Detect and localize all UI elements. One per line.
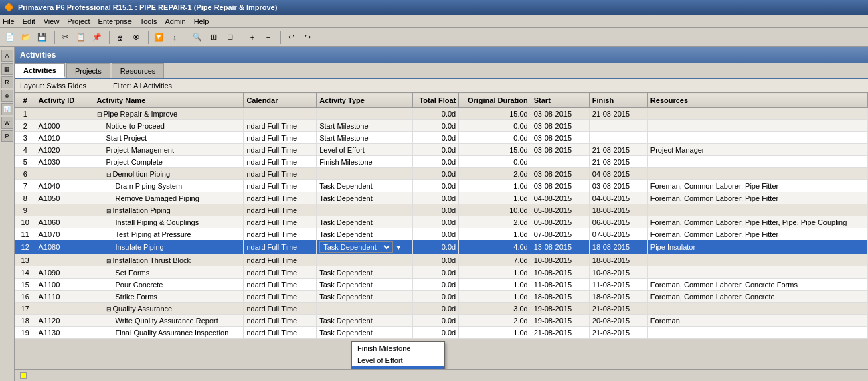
toolbar-btn-zoom-out[interactable]: − [261,30,276,45]
table-row[interactable]: 4 A1020 Project Management ndard Full Ti… [15,144,868,156]
tab-projects[interactable]: Projects [66,63,110,78]
toolbar-btn-filter[interactable]: 🔽 [151,30,166,45]
cell-float: 0.0d [412,108,458,120]
header-activity-type[interactable]: Activity Type [317,93,413,108]
cell-resources [647,120,867,132]
menu-enterprise[interactable]: Enterprise [98,17,132,25]
table-row[interactable]: 3 A1010 Start Project ndard Full Time St… [15,132,868,144]
table-row[interactable]: 8 A1050 Remove Damaged Piping ndard Full… [15,192,868,204]
toolbar-btn-copy[interactable]: 📋 [74,30,88,45]
cell-calendar: ndard Full Time [244,228,317,240]
sidebar-icon-activities[interactable]: A [1,50,13,62]
dropdown-item-finish-milestone[interactable]: Finish Milestone [352,342,444,354]
activity-type-select[interactable]: Task Dependent [319,241,393,253]
cell-num: 12 [15,240,35,254]
cell-float: 0.0d [412,120,458,132]
cell-resources [647,327,867,339]
dropdown-item-level-of-effort[interactable]: Level of Effort [352,354,444,366]
expand-icon[interactable]: ⊟ [106,208,112,214]
sidebar-icon-network[interactable]: ◈ [1,90,13,102]
toolbar-btn-save[interactable]: 💾 [35,30,50,45]
expand-icon[interactable]: ⊟ [106,258,112,264]
sidebar-icon-resources[interactable]: R [1,76,13,88]
sidebar-icon-wbs[interactable]: W [1,117,13,129]
activity-type-dropdown[interactable]: Finish Milestone Level of Effort Resourc… [351,341,445,369]
toolbar-btn-paste[interactable]: 📌 [90,30,104,45]
menu-edit[interactable]: Edit [23,17,35,25]
menu-admin[interactable]: Admin [165,17,185,25]
toolbar-btn-sort[interactable]: ↕ [167,30,182,45]
toolbar-btn-search[interactable]: 🔍 [190,30,205,45]
cell-float: 0.0d [412,180,458,192]
cell-name: Strike Forms [94,291,244,303]
table-row[interactable]: 13 ⊟Installation Thrust Block ndard Full… [15,254,868,266]
table-row[interactable]: 2 A1000 Notice to Proceed ndard Full Tim… [15,120,868,132]
toolbar-btn-redo[interactable]: ↪ [300,30,315,45]
cell-start: 03-08-2015 [531,132,589,144]
table-row[interactable]: 11 A1070 Test Piping at Pressure ndard F… [15,228,868,240]
cell-start: 21-08-2015 [531,327,589,339]
menu-help[interactable]: Help [194,17,209,25]
toolbar-btn-group[interactable]: ⊞ [206,30,221,45]
table-row[interactable]: 12 A1080 Insulate Piping ndard Full Time… [15,240,868,254]
toolbar: 📄 📂 💾 ✂ 📋 📌 🖨 👁 🔽 ↕ 🔍 ⊞ ⊟ + − ↩ ↪ [0,28,868,47]
table-row[interactable]: 6 ⊟Demolition Piping ndard Full Time 0.0… [15,168,868,180]
cell-name: Write Quality Assurance Report [94,315,244,327]
menu-view[interactable]: View [44,17,60,25]
toolbar-btn-zoom-in[interactable]: + [245,30,260,45]
table-row[interactable]: 1 ⊟Pipe Repair & Improve 0.0d 15.0d 03-0… [15,108,868,120]
expand-icon[interactable]: ⊟ [97,111,102,118]
table-row[interactable]: 15 A1100 Pour Concrete ndard Full Time T… [15,279,868,291]
cell-name: ⊟Installation Thrust Block [94,254,244,266]
toolbar-btn-print[interactable]: 🖨 [112,30,127,45]
cell-type: Task Dependent [317,216,413,228]
menu-tools[interactable]: Tools [140,17,157,25]
cell-duration: 0.0d [459,120,531,132]
table-container[interactable]: # Activity ID Activity Name Calendar Act… [15,92,868,369]
header-original-duration[interactable]: Original Duration [459,93,531,108]
cell-finish: 18-08-2015 [589,240,647,254]
header-start[interactable]: Start [531,93,589,108]
toolbar-btn-open[interactable]: 📂 [19,30,33,45]
table-row[interactable]: 18 A1120 Write Quality Assurance Report … [15,315,868,327]
header-resources[interactable]: Resources [647,93,867,108]
dropdown-item-resource-dependent[interactable]: Resource Dependent [352,366,444,369]
table-row[interactable]: 16 A1110 Strike Forms ndard Full Time Ta… [15,291,868,303]
header-activity-name[interactable]: Activity Name [94,93,244,108]
table-row[interactable]: 9 ⊟Installation Piping ndard Full Time 0… [15,204,868,216]
header-calendar[interactable]: Calendar [244,93,317,108]
tab-resources[interactable]: Resources [112,63,165,78]
toolbar-btn-preview[interactable]: 👁 [128,30,143,45]
menu-project[interactable]: Project [67,17,90,25]
cell-num: 4 [15,144,35,156]
cell-start: 19-08-2015 [531,303,589,315]
expand-icon[interactable]: ⊟ [106,306,112,313]
table-row[interactable]: 14 A1090 Set Forms ndard Full Time Task … [15,266,868,279]
table-row[interactable]: 10 A1060 Install Piping & Couplings ndar… [15,216,868,228]
menu-file[interactable]: File [3,17,15,25]
tab-activities[interactable]: Activities [15,63,65,78]
toolbar-sep-5 [240,31,242,44]
table-row[interactable]: 5 A1030 Project Complete ndard Full Time… [15,156,868,168]
sidebar-icon-gantt[interactable]: ▦ [1,63,13,75]
cell-type: Task Dependent [317,315,413,327]
toolbar-btn-cut[interactable]: ✂ [58,30,72,45]
header-finish[interactable]: Finish [589,93,647,108]
table-row[interactable]: 7 A1040 Drain Piping System ndard Full T… [15,180,868,192]
sidebar-icon-reports[interactable]: 📊 [1,103,13,115]
cell-type: Task Dependent [317,291,413,303]
cell-float: 0.0d [412,240,458,254]
sidebar-icon-projects[interactable]: P [1,130,13,142]
cell-type[interactable]: Task Dependent ▼ [317,240,413,254]
toolbar-btn-columns[interactable]: ⊟ [222,30,237,45]
table-row[interactable]: 19 A1130 Final Quality Assurance Inspect… [15,327,868,339]
toolbar-btn-new[interactable]: 📄 [3,30,17,45]
tabs-bar: Activities Projects Resources [15,63,868,79]
cell-start: 18-08-2015 [531,291,589,303]
toolbar-btn-undo[interactable]: ↩ [284,30,298,45]
table-row[interactable]: 17 ⊟Quality Assurance ndard Full Time 0.… [15,303,868,315]
expand-icon[interactable]: ⊟ [106,171,112,178]
header-total-float[interactable]: Total Float [412,93,458,108]
cell-float: 0.0d [412,254,458,266]
header-activity-id[interactable]: Activity ID [35,93,94,108]
